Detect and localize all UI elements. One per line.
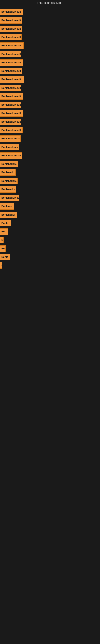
bar-label: Bottle xyxy=(1,256,8,258)
bar-row: Bottleneck result xyxy=(0,58,100,67)
bar-row: Bottleneck re xyxy=(0,160,100,168)
bar-row: B xyxy=(0,236,100,244)
bar-label: Bottleneck result xyxy=(1,10,21,13)
bottleneck-bar[interactable]: Bottleneck result xyxy=(0,93,23,100)
bar-row: Bottlenec xyxy=(0,202,100,210)
bottleneck-bar[interactable]: Bottlenec xyxy=(0,203,14,210)
bar-row: Bottleneck result xyxy=(0,42,100,50)
bar-row: Bottleneck result xyxy=(0,100,100,109)
bottleneck-bar[interactable]: Bottleneck r xyxy=(0,212,17,218)
bar-label: Bottleneck result xyxy=(1,112,21,115)
bottleneck-bar[interactable]: Bottleneck resu xyxy=(0,194,19,201)
bar-row: Bottleneck result xyxy=(0,109,100,118)
bar-label: Bottleneck result xyxy=(1,61,21,64)
bar-label: Bottleneck result xyxy=(1,104,21,106)
bar-row: Bottleneck result xyxy=(0,50,100,58)
bar-row: Bottleneck r xyxy=(0,185,100,194)
bottleneck-bar[interactable]: Bottleneck re xyxy=(0,178,18,184)
bar-label: Bot xyxy=(1,230,5,233)
bar-label: Bottleneck result xyxy=(1,137,21,140)
bar-label: Bottleneck result xyxy=(1,86,21,89)
bars-container: Bottleneck resultBottleneck resultBottle… xyxy=(0,6,100,272)
bottleneck-bar[interactable]: Bottleneck result xyxy=(0,59,23,66)
bar-row: Bottleneck result xyxy=(0,67,100,75)
bar-row: Bottleneck result xyxy=(0,24,100,33)
bar-row: n xyxy=(0,261,100,270)
bottleneck-bar[interactable]: Bottleneck result xyxy=(0,68,22,74)
bar-label: Bottleneck result xyxy=(1,120,21,123)
bottleneck-bar[interactable]: Bottleneck result xyxy=(0,42,24,49)
bar-row: Bottleneck result xyxy=(0,8,100,16)
bottleneck-bar[interactable]: B xyxy=(0,237,3,243)
bottleneck-bar[interactable]: Bot xyxy=(0,228,8,235)
bottleneck-bar[interactable]: Bottleneck result xyxy=(0,34,22,40)
bar-row: Bottleneck result xyxy=(0,151,100,160)
bar-label: Bottleneck result xyxy=(1,27,21,30)
bottleneck-bar[interactable]: Bottleneck r xyxy=(0,186,16,192)
bar-label: Bottleneck result xyxy=(1,70,21,72)
bar-label: Bottleneck result xyxy=(1,53,21,56)
bottleneck-bar[interactable]: Bottleneck result xyxy=(0,9,23,15)
bar-label: Bottleneck result xyxy=(1,95,21,98)
bottleneck-bar[interactable]: Bottleneck result xyxy=(0,110,23,116)
bar-row: Bottleneck result xyxy=(0,75,100,84)
bar-label: Bottleneck xyxy=(1,171,14,174)
bar-row: Bottleneck result xyxy=(0,16,100,24)
bottleneck-bar[interactable]: Bottleneck result xyxy=(0,136,21,142)
bar-row: Bottleneck res xyxy=(0,143,100,151)
bottleneck-bar[interactable]: Bottleneck result xyxy=(0,26,22,32)
bar-label: Bottleneck r xyxy=(1,213,15,216)
bar-row: Bottle xyxy=(0,253,100,261)
bar-label: n xyxy=(1,264,2,267)
bottleneck-bar[interactable]: Bottleneck result xyxy=(0,76,24,83)
bottleneck-bar[interactable]: Bottle xyxy=(0,220,11,226)
bottleneck-bar[interactable]: Bo xyxy=(0,245,6,252)
bottleneck-bar[interactable]: Bottleneck xyxy=(0,169,16,176)
bar-label: B xyxy=(1,239,3,242)
bar-label: Bottleneck r xyxy=(1,188,15,191)
bar-row: Bottleneck resu xyxy=(0,194,100,202)
bar-label: Bottleneck re xyxy=(1,162,17,166)
bar-label: Bottleneck res xyxy=(1,146,18,148)
bottleneck-bar[interactable]: Bottleneck result xyxy=(0,85,21,91)
bar-row: Bo xyxy=(0,244,100,253)
bottleneck-bar[interactable]: Bottleneck re xyxy=(0,161,18,167)
bar-label: Bottleneck resu xyxy=(1,196,19,199)
bar-label: Bottleneck result xyxy=(1,129,21,132)
bar-row: Bottleneck result xyxy=(0,126,100,134)
bar-label: Bottleneck result xyxy=(1,154,21,157)
bottleneck-bar[interactable]: Bottleneck result xyxy=(0,102,21,108)
bottleneck-bar[interactable]: Bottleneck result xyxy=(0,118,21,125)
site-title: TheBottlenecker.com xyxy=(0,0,100,6)
bar-row: Bottleneck result xyxy=(0,33,100,42)
bar-row: Bottleneck xyxy=(0,168,100,177)
bar-label: Bottlenec xyxy=(1,205,12,208)
bar-row: Bottleneck r xyxy=(0,210,100,219)
bottleneck-bar[interactable]: Bottleneck result xyxy=(0,152,22,159)
bar-label: Bottleneck result xyxy=(1,36,21,39)
bar-label: Bo xyxy=(1,247,4,250)
bar-label: Bottleneck result xyxy=(1,78,21,81)
bottleneck-bar[interactable]: Bottleneck res xyxy=(0,144,19,150)
bottleneck-bar[interactable]: Bottle xyxy=(0,254,10,260)
bottleneck-bar[interactable]: Bottleneck result xyxy=(0,51,21,57)
bar-row: Bottleneck result xyxy=(0,92,100,100)
bar-row: Bottle xyxy=(0,219,100,228)
bar-row: Bottleneck re xyxy=(0,177,100,185)
bottleneck-bar[interactable]: n xyxy=(0,262,2,269)
bottleneck-bar[interactable]: Bottleneck result xyxy=(0,17,22,24)
bar-row: Bot xyxy=(0,228,100,236)
bar-row: Bottleneck result xyxy=(0,134,100,143)
bar-label: Bottleneck result xyxy=(1,44,21,47)
bottleneck-bar[interactable]: Bottleneck result xyxy=(0,127,23,134)
bar-label: Bottleneck result xyxy=(1,19,21,22)
bar-row: Bottleneck result xyxy=(0,118,100,126)
bar-label: Bottleneck re xyxy=(1,180,17,182)
bar-label: Bottle xyxy=(1,222,8,224)
bar-row: Bottleneck result xyxy=(0,84,100,92)
